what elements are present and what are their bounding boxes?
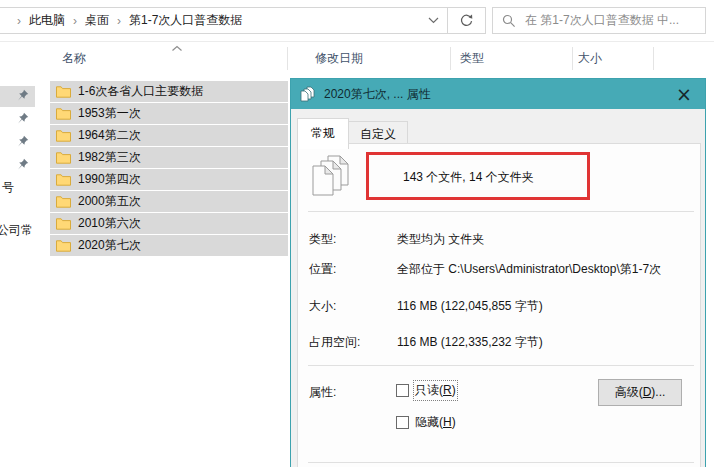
pin-icon — [17, 158, 29, 170]
size-on-disk-label: 占用空间: — [309, 334, 360, 351]
folder-name: 1990第四次 — [78, 171, 141, 188]
search-icon — [502, 14, 516, 28]
folder-icon — [56, 173, 71, 186]
refresh-icon — [459, 13, 474, 28]
folder-row[interactable]: 1964第二次 — [50, 125, 288, 146]
chevron-right-icon: › — [73, 14, 77, 28]
column-header-name[interactable]: 名称 — [62, 50, 86, 67]
pin-icon — [17, 135, 29, 147]
folder-row[interactable]: 2000第五次 — [50, 191, 288, 212]
folder-name: 2010第六次 — [78, 215, 141, 232]
explorer-window: › 此电脑 › 桌面 › 第1-7次人口普查数据 在 第1-7次人口普查数据 中… — [0, 0, 714, 467]
contents-summary: 143 个文件, 14 个文件夹 — [403, 169, 534, 186]
attributes-label: 属性: — [309, 384, 336, 401]
pin-icon — [17, 112, 29, 124]
folder-row[interactable]: 1982第三次 — [50, 147, 288, 168]
dialog-title: 2020第七次, ... 属性 — [324, 86, 664, 103]
folder-icon — [56, 129, 71, 142]
file-list: 1-6次各省人口主要数据 1953第一次 1964第二次 1982第三次 199… — [50, 81, 288, 257]
chevron-right-icon: › — [117, 14, 121, 28]
chevron-right-icon: › — [17, 14, 21, 28]
chevron-down-icon — [428, 17, 439, 24]
stacked-documents-icon — [311, 155, 353, 203]
pin-icon — [17, 89, 29, 101]
folder-icon — [56, 217, 71, 230]
properties-dialog: 2020第七次, ... 属性 × 常规 自定义 143 个文件, 14 个文件… — [290, 78, 706, 467]
column-header-size[interactable]: 大小 — [578, 50, 602, 67]
location-value: 全部位于 C:\Users\Administrator\Desktop\第1-7… — [397, 261, 661, 278]
close-button[interactable]: × — [672, 85, 696, 104]
breadcrumb-this-pc[interactable]: 此电脑 — [29, 12, 65, 29]
column-divider[interactable] — [450, 47, 451, 70]
sort-ascending-icon — [171, 45, 183, 52]
location-label: 位置: — [309, 261, 336, 278]
tab-general[interactable]: 常规 — [297, 118, 349, 149]
column-header-modified[interactable]: 修改日期 — [315, 50, 363, 67]
hidden-checkbox-row: 隐藏(H) — [396, 414, 456, 431]
breadcrumb: › 此电脑 › 桌面 › 第1-7次人口普查数据 — [0, 12, 419, 29]
separator — [308, 462, 694, 463]
type-value: 类型均为 文件夹 — [397, 231, 484, 248]
hidden-checkbox[interactable] — [396, 416, 409, 429]
folder-row[interactable]: 2020第七次 — [50, 235, 288, 256]
size-row: 大小: 116 MB (122,045,855 字节) — [298, 298, 700, 314]
size-label: 大小: — [309, 298, 336, 315]
nav-item-label-fragment[interactable]: 公司常 — [0, 222, 33, 239]
column-header-type[interactable]: 类型 — [460, 50, 484, 67]
advanced-button[interactable]: 高级(D)... — [598, 379, 682, 406]
column-divider[interactable] — [653, 47, 654, 70]
size-on-disk-value: 116 MB (122,335,232 字节) — [397, 334, 543, 351]
multi-file-icon — [300, 86, 316, 102]
separator — [308, 365, 694, 366]
address-bar[interactable]: › 此电脑 › 桌面 › 第1-7次人口普查数据 — [0, 7, 486, 34]
location-row: 位置: 全部位于 C:\Users\Administrator\Desktop\… — [298, 261, 700, 277]
search-box[interactable]: 在 第1-7次人口普查数据 中... — [492, 7, 706, 34]
address-dropdown-button[interactable] — [419, 8, 447, 33]
separator — [308, 211, 694, 212]
breadcrumb-current-folder[interactable]: 第1-7次人口普查数据 — [129, 12, 242, 29]
readonly-label[interactable]: 只读(R) — [415, 382, 456, 399]
folder-name: 1-6次各省人口主要数据 — [78, 83, 203, 100]
readonly-checkbox-row: 只读(R) — [396, 382, 456, 399]
folder-icon — [56, 195, 71, 208]
folder-row[interactable]: 1990第四次 — [50, 169, 288, 190]
folder-name: 2020第七次 — [78, 237, 141, 254]
refresh-button[interactable] — [448, 8, 485, 33]
readonly-checkbox[interactable] — [396, 384, 409, 397]
hidden-label[interactable]: 隐藏(H) — [415, 414, 456, 431]
type-label: 类型: — [309, 231, 336, 248]
search-placeholder: 在 第1-7次人口普查数据 中... — [525, 12, 679, 29]
folder-icon — [56, 107, 71, 120]
toolbar-separator — [0, 41, 714, 42]
folder-row[interactable]: 1953第一次 — [50, 103, 288, 124]
folder-icon — [56, 151, 71, 164]
folder-row[interactable]: 2010第六次 — [50, 213, 288, 234]
folder-icon — [56, 85, 71, 98]
general-tab-panel: 143 个文件, 14 个文件夹 类型: 类型均为 文件夹 位置: 全部位于 C… — [297, 143, 701, 467]
nav-item-label-fragment[interactable]: 号 — [2, 179, 14, 196]
folder-name: 1964第二次 — [78, 127, 141, 144]
folder-name: 1982第三次 — [78, 149, 141, 166]
column-divider[interactable] — [287, 47, 288, 70]
folder-icon — [56, 239, 71, 252]
folder-name: 1953第一次 — [78, 105, 141, 122]
breadcrumb-desktop[interactable]: 桌面 — [85, 12, 109, 29]
dialog-titlebar[interactable]: 2020第七次, ... 属性 × — [291, 79, 705, 109]
size-value: 116 MB (122,045,855 字节) — [397, 298, 543, 315]
column-divider[interactable] — [572, 47, 573, 70]
size-on-disk-row: 占用空间: 116 MB (122,335,232 字节) — [298, 334, 700, 350]
folder-name: 2000第五次 — [78, 193, 141, 210]
type-row: 类型: 类型均为 文件夹 — [298, 231, 700, 247]
folder-row[interactable]: 1-6次各省人口主要数据 — [50, 81, 288, 102]
